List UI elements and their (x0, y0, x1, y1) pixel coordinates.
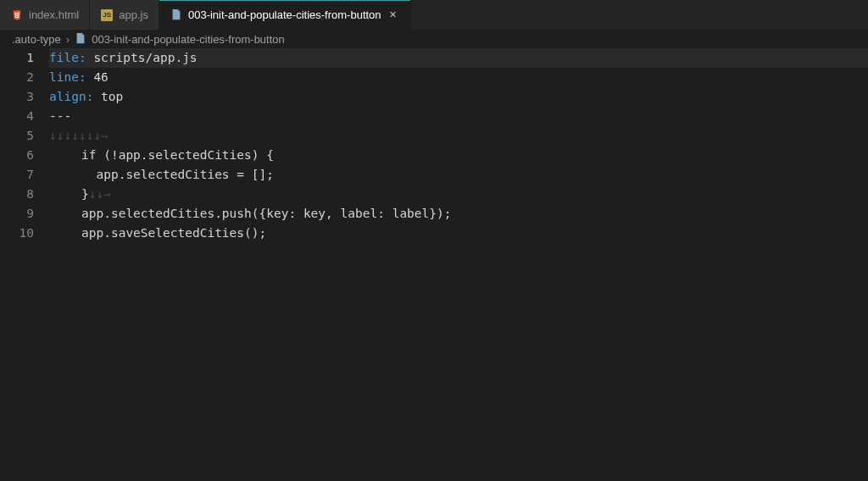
close-icon[interactable]: × (387, 8, 400, 21)
line-number: 9 (0, 204, 34, 224)
html5-icon (10, 8, 24, 22)
code-line[interactable]: app.selectedCities.push({key: key, label… (49, 204, 868, 224)
line-number: 10 (0, 224, 34, 243)
document-icon (170, 8, 183, 21)
document-icon (75, 32, 86, 47)
js-icon: JS (100, 8, 114, 22)
tab-003-init[interactable]: 003-init-and-populate-cities-from-button… (159, 0, 411, 30)
line-number: 2 (0, 68, 34, 87)
tab-label: index.html (29, 8, 79, 21)
code-line[interactable]: if (!app.selectedCities) { (49, 146, 868, 165)
tab-index-html[interactable]: index.html (0, 0, 90, 30)
code-line[interactable]: }↓↓→ (49, 185, 868, 204)
tab-bar: index.html JS app.js 003-init-and-popula… (0, 0, 868, 30)
line-number: 1 (0, 48, 34, 68)
code-line[interactable]: file: scripts/app.js (49, 48, 868, 68)
line-number: 8 (0, 185, 34, 204)
tab-label: app.js (119, 8, 148, 21)
line-number: 4 (0, 107, 34, 126)
breadcrumb-segment[interactable]: 003-init-and-populate-cities-from-button (92, 33, 285, 46)
breadcrumb-segment[interactable]: .auto-type (12, 33, 61, 46)
tab-label: 003-init-and-populate-cities-from-button (188, 8, 381, 21)
line-number: 7 (0, 165, 34, 185)
code-editor[interactable]: 1 2 3 4 5 6 7 8 9 10 file: scripts/app.j… (0, 48, 868, 243)
tab-app-js[interactable]: JS app.js (90, 0, 159, 30)
line-number-gutter: 1 2 3 4 5 6 7 8 9 10 (0, 48, 49, 243)
line-number: 3 (0, 87, 34, 107)
line-number: 5 (0, 126, 34, 146)
line-number: 6 (0, 146, 34, 165)
code-line[interactable]: align: top (49, 87, 868, 107)
code-line[interactable]: app.saveSelectedCities(); (49, 224, 868, 243)
code-line[interactable]: ↓↓↓↓↓↓↓→ (49, 126, 868, 146)
code-line[interactable]: --- (49, 107, 868, 126)
tab-bar-spacer (411, 0, 868, 30)
code-line[interactable]: line: 46 (49, 68, 868, 87)
code-line[interactable]: app.selectedCities = []; (49, 165, 868, 185)
code-content[interactable]: file: scripts/app.js line: 46 align: top… (49, 48, 868, 243)
breadcrumb: .auto-type › 003-init-and-populate-citie… (0, 30, 868, 48)
chevron-right-icon: › (66, 33, 70, 46)
